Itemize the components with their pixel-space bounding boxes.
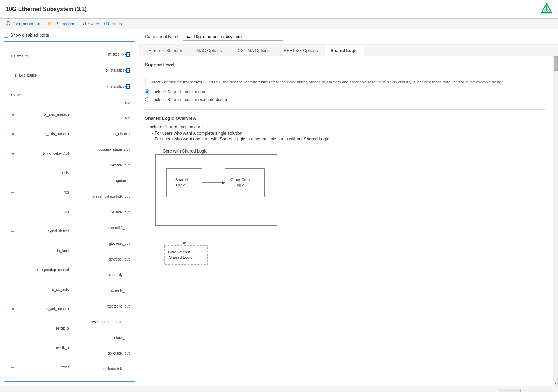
port-name: txn (125, 116, 130, 120)
documentation-label: Documentation (11, 21, 40, 26)
component-name-input[interactable] (183, 33, 283, 41)
switch-defaults-link[interactable]: ↺ Switch to Defaults (83, 21, 122, 26)
plus-icon[interactable]: + (11, 54, 12, 58)
port-name: qplllock_out (111, 336, 130, 340)
port-name: tx_statistics (106, 68, 125, 72)
show-disabled-ports-checkbox[interactable] (4, 33, 8, 38)
port-name: s_axi (13, 93, 21, 97)
bus-icon: ≡ (126, 68, 130, 73)
tab-ieee1588-options[interactable]: IEEE1588 Options (277, 45, 324, 56)
dash-icon: — (11, 190, 14, 194)
port-row: — signal_detect (11, 229, 69, 233)
logic-diagram: Core with Shared Logic Shared Logic (145, 147, 545, 269)
port-name: m_axis_rx (108, 52, 125, 56)
port-row: — sim_speedup_control (11, 268, 69, 272)
port-name: rxp (64, 190, 69, 194)
port-name: rx_statistics (106, 84, 124, 88)
ip-location-link[interactable]: 📁 IP Location (47, 21, 76, 26)
other-core-label: Other Core (230, 177, 250, 182)
port-row: rxrecclk_out (72, 163, 130, 167)
port-row: + s_axi (11, 93, 69, 97)
dash-icon: — (11, 171, 14, 175)
port-row: resetdone_out (72, 304, 130, 309)
main-layout: Show disabled ports AXI4-S AXI4-L + s_ax… (0, 29, 558, 386)
port-row: — rxn (11, 209, 69, 214)
scrollbar-down-arrow[interactable]: ▼ (553, 381, 558, 386)
port-row: txp (72, 100, 130, 105)
location-icon: 📁 (47, 21, 53, 26)
port-row: reset_counter_done_out (72, 320, 130, 324)
side-label-2: AXI4-L (4, 291, 6, 298)
port-row: qplllock_out (72, 335, 130, 340)
radio-include-example[interactable] (145, 97, 149, 102)
shared-logic-label2: Logic (176, 183, 186, 187)
radio-include-example-row: Include Shared Logic in example design (145, 97, 545, 102)
radio-include-core[interactable] (145, 89, 149, 94)
toolbar: ⓘ Documentation 📁 IP Location ↺ Switch t… (0, 19, 558, 29)
port-row: txusrclk2_out (72, 226, 130, 230)
port-row: qplloutclk_out (72, 351, 130, 356)
tab-shared-logic[interactable]: Shared Logic (325, 45, 364, 56)
port-row: txuserrdy_out (72, 273, 130, 277)
ok-button[interactable]: OK (499, 389, 520, 392)
port-name: txusrclk_out (111, 210, 130, 214)
port-name: gtrxreset_out (109, 257, 130, 261)
refresh-icon: ↺ (83, 21, 86, 26)
port-name: s_axi_aclk (52, 288, 69, 292)
tab-ethernet-standard[interactable]: Ethernet Standard (143, 45, 189, 56)
component-name-label: Component Name (145, 34, 179, 39)
port-name: pcspma_status[7:0] (98, 148, 130, 151)
port-row: pcspma_status[7:0] (72, 147, 130, 152)
port-name: s_axis_tx (13, 54, 28, 58)
port-name: coreclk_out (111, 289, 130, 293)
port-row: — refclk_n (11, 345, 69, 350)
dash-icon: — (11, 249, 14, 253)
radio-include-example-label: Include Shared Logic in example design (152, 97, 228, 102)
other-core-box (225, 169, 264, 197)
side-label-1: AXI4-S (4, 125, 6, 133)
port-name: reset_counter_done_out (91, 320, 130, 324)
app-title: 10G Ethernet Subsystem (3.1) (6, 6, 87, 12)
port-name: rx_axis_aresetn (44, 132, 69, 136)
arrow-in-icon: ◄ (11, 113, 14, 117)
radio-include-core-row: Include Shared Logic in core (145, 89, 545, 94)
port-name: dclk (62, 171, 69, 175)
scrollbar-thumb[interactable] (554, 56, 558, 71)
port-name: s_axis_pause (15, 73, 37, 77)
port-name: signal_detect (48, 229, 69, 233)
port-row: tx_statistics + ≡ (72, 68, 130, 73)
tab-pcs-pma-options[interactable]: PCS/PMA Options (229, 45, 276, 56)
bottom-buttons: OK Cancel (499, 389, 552, 392)
logic-diagram-svg: Core with Shared Logic Shared Logic (145, 147, 288, 268)
overview-item-1: - For users who want a complete single s… (152, 131, 545, 136)
tab-mac-options[interactable]: MAC Options (190, 45, 228, 56)
show-ports-row: Show disabled ports (4, 33, 135, 38)
port-row: qplloutrefclk_out (72, 367, 130, 371)
down-arrow-head (182, 242, 186, 245)
cancel-button[interactable]: Cancel (524, 389, 552, 392)
port-row: rx_statistics + ≡ (72, 84, 130, 89)
port-row: ◄ tx_ifg_delay[7:0] (11, 151, 69, 156)
dash-icon: — (11, 326, 14, 330)
arrow-in-icon: ◄ (11, 132, 14, 136)
documentation-link[interactable]: ⓘ Documentation (6, 21, 40, 27)
info-icon: ⓘ (6, 21, 10, 27)
port-row: txusrclk_out (72, 210, 130, 215)
port-row: areset_datapathclk_out (72, 194, 130, 199)
port-row: xgmacint (72, 179, 130, 183)
port-row: — refclk_p (11, 326, 69, 331)
port-row: s_axis_pause (11, 73, 69, 78)
port-name: gttxreset_out (109, 242, 130, 246)
plus-icon[interactable]: + (11, 93, 12, 97)
header-logo (541, 3, 552, 15)
tabs-row: Ethernet Standard MAC Options PCS/PMA Op… (139, 45, 558, 56)
show-disabled-ports-label: Show disabled ports (10, 33, 49, 38)
header: 10G Ethernet Subsystem (3.1) (0, 0, 558, 19)
port-name: rxn (64, 210, 69, 213)
dash-icon: — (11, 365, 14, 369)
scrollbar-track[interactable]: ▼ (553, 56, 558, 386)
bus-icon: ≡ (126, 52, 130, 57)
dash-icon: — (11, 268, 14, 272)
port-row: gtrxreset_out (72, 257, 130, 262)
port-name: areset_datapathclk_out (92, 195, 130, 198)
